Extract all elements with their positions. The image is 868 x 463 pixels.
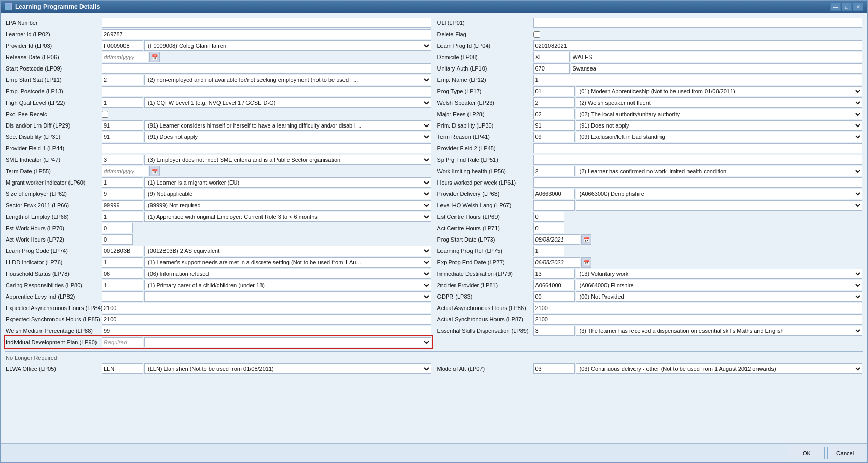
input-lpa-number[interactable]	[102, 18, 431, 28]
input-emp-start-stat-code[interactable]	[102, 75, 143, 85]
ok-button[interactable]: OK	[789, 447, 825, 459]
input-prov-field2[interactable]	[533, 143, 863, 153]
select-mode-att[interactable]: (03) Continuous delivery - other (Not to…	[576, 363, 863, 374]
input-start-postcode[interactable]	[102, 63, 431, 74]
input-imm-dest-code[interactable]	[533, 269, 575, 279]
input-app-levy-code[interactable]	[102, 291, 143, 302]
select-learn-prog-code[interactable]: (0012B03B) 2 AS equivalent	[144, 246, 431, 256]
select-prim-dis[interactable]: (91) Does not apply	[576, 120, 863, 131]
select-idp[interactable]	[144, 337, 431, 347]
maximize-button[interactable]: □	[842, 3, 852, 11]
input-est-centre[interactable]	[533, 212, 564, 222]
input-household-code[interactable]	[102, 269, 143, 279]
select-term-reason[interactable]: (09) Exclusion/left in bad standing	[576, 132, 863, 142]
select-welsh-speaker[interactable]: (2) Welsh speaker not fluent	[576, 97, 863, 108]
input-high-qual-code[interactable]	[102, 97, 143, 108]
input-est-work[interactable]	[102, 223, 133, 233]
input-exp-sync[interactable]	[102, 314, 431, 325]
input-welsh-pct[interactable]	[102, 326, 431, 336]
input-exp-async[interactable]	[102, 303, 431, 313]
input-caring-code[interactable]	[102, 280, 143, 290]
select-prog-type[interactable]: (01) Modern Apprenticeship (Not to be us…	[576, 86, 863, 96]
release-date-calendar[interactable]: 📅	[149, 52, 160, 62]
input-tier2-code[interactable]	[533, 280, 575, 290]
input-uli[interactable]	[533, 18, 863, 28]
select-ess-skills[interactable]: (3) The learner has received a dispensat…	[576, 326, 863, 336]
input-prov-field1[interactable]	[102, 143, 431, 153]
close-button[interactable]: ✕	[853, 3, 863, 11]
input-learn-ref[interactable]	[533, 246, 564, 256]
input-mode-att-code[interactable]	[533, 363, 575, 374]
select-prov-delivery[interactable]: (A0663000) Denbighshire	[576, 189, 863, 199]
input-ess-skills-code[interactable]	[533, 326, 575, 336]
input-emp-postcode[interactable]	[102, 86, 431, 96]
input-emp-name[interactable]	[533, 75, 863, 85]
input-domicile-name[interactable]	[571, 52, 863, 62]
select-household[interactable]: (06) Information refused	[144, 269, 431, 279]
select-sme[interactable]: (3) Employer does not meet SME criteria …	[144, 155, 431, 165]
input-dis-lrn-code[interactable]	[102, 120, 143, 131]
input-gdpr-code[interactable]	[533, 291, 575, 302]
input-prog-type-code[interactable]	[533, 86, 575, 96]
select-level-hq[interactable]	[576, 200, 863, 211]
select-caring[interactable]: (1) Primary carer of a child/children (u…	[144, 280, 431, 290]
input-migrant-code[interactable]	[102, 177, 143, 188]
input-domicile-code[interactable]	[533, 52, 570, 62]
select-migrant[interactable]: (1) Learner is a migrant worker (EU)	[144, 177, 431, 188]
input-sme-code[interactable]	[102, 155, 143, 165]
input-act-sync[interactable]	[533, 314, 863, 325]
select-sector[interactable]: (99999) Not required	[144, 200, 431, 211]
minimize-button[interactable]: —	[830, 3, 841, 11]
input-hours-week[interactable]	[533, 177, 863, 188]
exp-end-calendar[interactable]: 📅	[581, 257, 591, 268]
input-term-date[interactable]	[102, 166, 148, 176]
input-unitary-name[interactable]	[571, 63, 863, 74]
select-dis-lrn[interactable]: (91) Learner considers himself or hersel…	[144, 120, 431, 131]
checkbox-excl-fee[interactable]	[102, 111, 108, 118]
checkbox-delete-flag[interactable]	[533, 31, 540, 38]
input-prim-dis-code[interactable]	[533, 120, 575, 131]
input-level-hq-code[interactable]	[533, 200, 575, 211]
select-emp-start-stat[interactable]: (2) non-employed and not available for/n…	[144, 75, 431, 85]
input-act-centre[interactable]	[533, 223, 564, 233]
input-sp-prg[interactable]	[533, 155, 863, 165]
input-elwa-code[interactable]	[102, 363, 143, 374]
term-date-calendar[interactable]: 📅	[149, 166, 160, 176]
input-provider-short[interactable]	[102, 40, 143, 51]
select-gdpr[interactable]: (00) Not Provided	[576, 291, 863, 302]
cancel-button[interactable]: Cancel	[827, 447, 863, 459]
select-major-fees[interactable]: (02) The local authority/unitary authori…	[576, 109, 863, 119]
input-length-emp-code[interactable]	[102, 212, 143, 222]
input-learner-id[interactable]	[102, 29, 431, 39]
input-lldd-code[interactable]	[102, 257, 143, 268]
select-work-health[interactable]: (2) Learner has confirmed no work-limite…	[576, 166, 863, 176]
select-lldd[interactable]: (1) Learner's support needs are met in a…	[144, 257, 431, 268]
select-sec-dis[interactable]: (91) Does not apply	[144, 132, 431, 142]
input-act-async[interactable]	[533, 303, 863, 313]
input-sector-code[interactable]	[102, 200, 143, 211]
input-prog-start[interactable]	[533, 234, 580, 245]
select-app-levy[interactable]	[144, 291, 431, 302]
input-welsh-speaker-code[interactable]	[533, 97, 575, 108]
input-size-emp-code[interactable]	[102, 189, 143, 199]
prog-start-calendar[interactable]: 📅	[581, 234, 591, 245]
select-size-emp[interactable]: (9) Not applicable	[144, 189, 431, 199]
input-term-reason-code[interactable]	[533, 132, 575, 142]
select-high-qual[interactable]: (1) CQFW Level 1 (e.g. NVQ Level 1 / GCS…	[144, 97, 431, 108]
input-release-date[interactable]	[102, 52, 148, 62]
input-work-health-code[interactable]	[533, 166, 575, 176]
input-unitary-code[interactable]	[533, 63, 570, 74]
select-provider[interactable]: (F0009008) Coleg Glan Hafren	[144, 40, 431, 51]
input-major-fees-code[interactable]	[533, 109, 575, 119]
input-act-work[interactable]	[102, 234, 133, 245]
input-idp-code[interactable]	[102, 337, 143, 347]
input-sec-dis-code[interactable]	[102, 132, 143, 142]
select-imm-dest[interactable]: (13) Voluntary work	[576, 269, 863, 279]
input-prov-delivery-code[interactable]	[533, 189, 575, 199]
input-learn-prog-id[interactable]	[533, 40, 863, 51]
select-tier2[interactable]: (A0664000) Flintshire	[576, 280, 863, 290]
input-exp-end[interactable]	[533, 257, 580, 268]
select-length-emp[interactable]: (1) Apprentice with original Employer: C…	[144, 212, 431, 222]
select-elwa[interactable]: (LLN) Llanishen (Not to be used from 01/…	[144, 363, 431, 374]
input-learn-prog-code[interactable]	[102, 246, 143, 256]
